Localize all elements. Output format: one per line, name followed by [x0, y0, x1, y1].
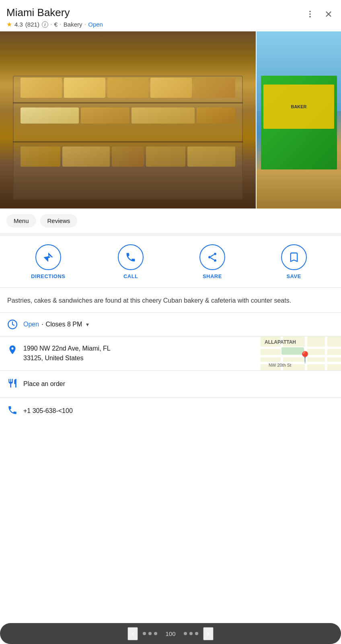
- nav-dot-3: [154, 632, 157, 635]
- separator-dot-3: ·: [84, 22, 86, 27]
- directions-icon-circle: [35, 244, 61, 270]
- review-count: (821): [25, 21, 39, 28]
- save-action[interactable]: SAVE: [278, 244, 310, 279]
- phone-number: +1 305-638-<100: [23, 407, 73, 415]
- photo-main[interactable]: [0, 31, 256, 208]
- map-location-pin: 📍: [298, 351, 312, 364]
- nav-dot-4: [184, 632, 187, 635]
- svg-point-8: [214, 259, 216, 262]
- order-label: Place an order: [23, 380, 65, 388]
- map-street-label: NW 20th St: [269, 363, 291, 367]
- phone-section[interactable]: +1 305-638-<100: [0, 397, 341, 424]
- svg-line-9: [211, 255, 214, 257]
- share-action[interactable]: SHARE: [196, 244, 228, 279]
- share-icon: [207, 252, 218, 263]
- nav-dot-1: [143, 632, 146, 635]
- price-range: €: [54, 21, 58, 28]
- separator-dot-2: ·: [60, 22, 61, 27]
- directions-label: DIRECTIONS: [31, 273, 65, 279]
- header-section: Miami Bakery ★ 4.3 (821) i · € · Bakery …: [0, 0, 341, 31]
- hours-expand-icon[interactable]: ▾: [86, 321, 89, 328]
- svg-point-6: [214, 253, 216, 255]
- header-meta: ★ 4.3 (821) i · € · Bakery · Open: [6, 21, 304, 28]
- order-section[interactable]: Place an order: [0, 370, 341, 397]
- svg-point-0: [309, 11, 311, 12]
- separator-dot-hours: ·: [41, 321, 43, 328]
- nav-dots-2: [184, 632, 198, 635]
- star-icon: ★: [6, 21, 12, 28]
- call-action[interactable]: CALL: [115, 244, 147, 279]
- forward-button[interactable]: ›: [203, 627, 214, 640]
- directions-icon: [43, 252, 54, 263]
- map-neighborhood-label: ALLAPATTAH: [265, 339, 296, 345]
- hours-detail: Closes 8 PM: [46, 321, 82, 328]
- phone-icon: [7, 405, 18, 417]
- nav-dot-6: [195, 632, 198, 635]
- category-label: Bakery: [64, 21, 82, 28]
- bakery-display: [0, 31, 256, 208]
- description-section: Pastries, cakes & sandwiches are found a…: [0, 288, 341, 312]
- open-label: Open: [23, 321, 39, 328]
- directions-action[interactable]: DIRECTIONS: [31, 244, 65, 279]
- share-icon-circle: [199, 244, 225, 270]
- header-actions: [304, 6, 335, 22]
- info-icon[interactable]: i: [42, 21, 48, 28]
- chips-row: Menu Reviews: [0, 208, 341, 233]
- page-number: 100: [165, 630, 175, 637]
- header-left: Miami Bakery ★ 4.3 (821) i · € · Bakery …: [6, 6, 304, 28]
- actions-row: DIRECTIONS CALL SHARE S: [0, 236, 341, 287]
- back-button[interactable]: ‹: [127, 627, 138, 640]
- bookmark-icon: [288, 252, 300, 263]
- svg-point-2: [309, 16, 311, 18]
- save-icon-circle: [281, 244, 307, 270]
- clock-icon: [7, 319, 18, 330]
- call-icon-circle: [118, 244, 144, 270]
- save-label: SAVE: [286, 273, 301, 279]
- description-text: Pastries, cakes & sandwiches are found a…: [7, 296, 334, 306]
- svg-point-1: [309, 13, 311, 15]
- svg-point-7: [208, 256, 211, 258]
- hours-info: Open · Closes 8 PM ▾: [23, 321, 89, 328]
- nav-dots: [143, 632, 157, 635]
- map-road-vertical-3: [325, 336, 327, 370]
- address-left: 1990 NW 22nd Ave, Miami, FL 33125, Unite…: [0, 336, 261, 370]
- rating-value: 4.3: [14, 21, 23, 28]
- menu-chip[interactable]: Menu: [6, 214, 36, 227]
- nav-dot-2: [148, 632, 152, 635]
- call-label: CALL: [123, 273, 138, 279]
- location-pin-icon: [7, 345, 18, 357]
- share-label: SHARE: [203, 273, 222, 279]
- reviews-chip[interactable]: Reviews: [40, 214, 78, 227]
- bottom-navigation: ‹ 100 ›: [0, 623, 341, 644]
- map-background: ALLAPATTAH 📍 NW 20th St: [261, 336, 341, 370]
- address-text: 1990 NW 22nd Ave, Miami, FL 33125, Unite…: [23, 344, 111, 363]
- hours-section[interactable]: Open · Closes 8 PM ▾: [0, 313, 341, 336]
- nav-dot-5: [189, 632, 193, 635]
- separator-dot-1: ·: [51, 22, 52, 27]
- order-icon: [7, 378, 18, 390]
- open-status-badge: Open: [88, 21, 103, 28]
- photo-secondary[interactable]: BAKER: [256, 31, 341, 208]
- page-title: Miami Bakery: [6, 6, 304, 19]
- address-line1: 1990 NW 22nd Ave, Miami, FL: [23, 345, 111, 352]
- call-icon: [125, 252, 136, 263]
- map-thumbnail[interactable]: ALLAPATTAH 📍 NW 20th St: [261, 336, 341, 370]
- svg-line-10: [211, 258, 214, 260]
- more-options-button[interactable]: [304, 8, 316, 22]
- photos-container[interactable]: BAKER: [0, 31, 341, 208]
- bottom-spacer: [0, 424, 341, 456]
- section-divider-1: [0, 233, 341, 236]
- address-section: 1990 NW 22nd Ave, Miami, FL 33125, Unite…: [0, 336, 341, 370]
- close-button[interactable]: [323, 8, 335, 22]
- address-line2: 33125, United States: [23, 355, 83, 361]
